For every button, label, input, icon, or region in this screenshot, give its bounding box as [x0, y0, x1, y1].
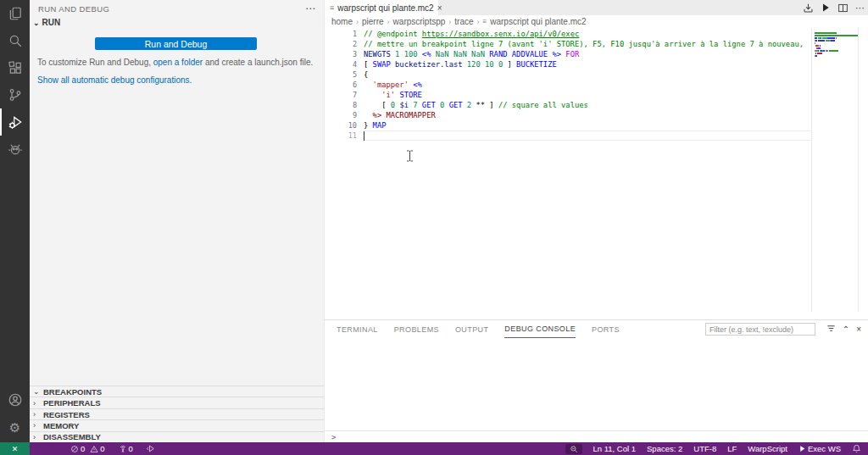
breadcrumb: home › pierre › warpscriptspp › trace › … [331, 15, 868, 28]
activity-bar: ⚙ [0, 0, 30, 442]
line-number[interactable]: 3 [331, 49, 357, 59]
more-actions-icon[interactable]: ⋯ [855, 5, 865, 10]
code-line[interactable]: NEWGTS 1 100 <% NaN NaN NaN RAND ADDVALU… [364, 49, 868, 59]
remote-indicator[interactable]: ✕ [0, 442, 30, 455]
encoding-status[interactable]: UTF-8 [693, 444, 716, 453]
code-line[interactable]: [ 0 $i 7 GET 0 GET 2 ** ] // square all … [364, 100, 868, 110]
section-label: PERIPHERALS [43, 398, 101, 408]
ports-status[interactable]: 0 [119, 444, 133, 453]
show-debug-configurations-link[interactable]: Show all automatic debug configurations. [37, 75, 192, 85]
customize-pre: To customize Run and Debug, [37, 58, 153, 67]
section-registers[interactable]: › REGISTERS [30, 408, 324, 419]
debug-console-input-row[interactable]: > [325, 430, 868, 442]
close-icon[interactable]: × [437, 3, 442, 13]
indentation-status[interactable]: Spaces: 2 [647, 444, 682, 453]
run-and-debug-button[interactable]: Run and Debug [95, 37, 257, 50]
accounts-icon[interactable] [0, 386, 30, 413]
run-and-debug-sidebar: RUN AND DEBUG ⋯ ⌄ RUN Run and Debug To c… [30, 0, 325, 442]
minimap-mark [831, 40, 835, 42]
line-number[interactable]: 7 [331, 90, 357, 100]
code-line[interactable]: %> MACROMAPPER [364, 110, 868, 120]
breadcrumb-item[interactable]: trace [454, 17, 473, 26]
open-a-folder-link[interactable]: open a folder [153, 58, 203, 67]
tab-output[interactable]: OUTPUT [455, 320, 488, 338]
debug-status-icon[interactable] [147, 444, 156, 453]
maximize-panel-icon[interactable]: ⌃ [843, 325, 849, 334]
section-peripherals[interactable]: › PERIPHERALS [30, 397, 324, 408]
code-line[interactable]: } MAP [364, 120, 868, 130]
code-editor[interactable]: 1234567891011 // @endpoint https://sandb… [325, 28, 868, 312]
line-number[interactable]: 10 [331, 120, 357, 130]
breadcrumb-item-file[interactable]: warpscript qui plante.mc2 [490, 17, 586, 26]
cursor-position-status[interactable]: Ln 11, Col 1 [593, 444, 637, 453]
zoom-status-icon[interactable] [565, 444, 582, 454]
source-control-icon[interactable] [0, 81, 30, 108]
section-label: DISASSEMBLY [43, 432, 101, 441]
breadcrumb-separator: › [387, 18, 390, 26]
code-line[interactable]: // @endpoint https://sandbox.senx.io/api… [364, 29, 868, 39]
close-panel-icon[interactable]: × [856, 325, 861, 334]
code-line[interactable]: 'i' STORE [364, 90, 868, 100]
tab-problems[interactable]: PROBLEMS [394, 320, 439, 338]
line-number[interactable]: 1 [331, 29, 357, 39]
minimap-mark [820, 45, 821, 47]
chevron-down-icon: ⌄ [33, 19, 40, 27]
run-section-header[interactable]: ⌄ RUN [33, 18, 60, 27]
settings-gear-icon[interactable]: ⚙ [0, 413, 30, 441]
tab-debug-console[interactable]: DEBUG CONSOLE [504, 320, 576, 338]
debug-console-filter-input[interactable] [705, 323, 815, 336]
editor-tab-bar: ≡ warpscript qui plante.mc2 × [325, 0, 868, 15]
notifications-bell-icon[interactable] [852, 444, 861, 453]
code-line[interactable]: // mettre un breakpoint ligne 7 (avant '… [364, 39, 868, 49]
debug-alt-bug-icon[interactable] [0, 136, 30, 163]
extensions-icon[interactable] [0, 54, 30, 81]
section-breakpoints[interactable]: ⌄ BREAKPOINTS [30, 386, 324, 397]
line-number[interactable]: 5 [331, 69, 357, 80]
code-line[interactable]: 'mapper' <% [364, 80, 868, 90]
line-number[interactable]: 6 [331, 80, 357, 90]
eol-status[interactable]: LF [727, 444, 737, 453]
code-line[interactable]: { [364, 69, 868, 80]
line-number[interactable]: 9 [331, 110, 357, 120]
bottom-panel: TERMINAL PROBLEMS OUTPUT DEBUG CONSOLE P… [325, 319, 868, 442]
code-line[interactable] [364, 130, 868, 141]
sidebar-title: RUN AND DEBUG [38, 4, 305, 14]
chevron-right-icon: › [33, 433, 40, 441]
split-editor-icon[interactable] [837, 3, 849, 14]
explorer-icon[interactable] [0, 0, 30, 27]
tab-ports[interactable]: PORTS [592, 320, 620, 338]
remote-icon: ✕ [12, 445, 19, 453]
minimap-mark [821, 32, 837, 34]
show-configs-label: Show all automatic debug configurations. [37, 75, 192, 85]
section-disassembly[interactable]: › DISASSEMBLY [30, 431, 324, 442]
section-label: MEMORY [43, 421, 79, 430]
code-line[interactable]: [ SWAP bucketizer.last 120 10 0 ] BUCKET… [364, 59, 868, 69]
breadcrumb-separator: › [448, 18, 451, 26]
minimap-mark [815, 55, 817, 57]
breadcrumb-item[interactable]: pierre [362, 17, 384, 26]
breadcrumb-item[interactable]: warpscriptspp [393, 17, 446, 26]
run-or-debug-icon[interactable] [803, 3, 814, 14]
minimap[interactable] [811, 28, 859, 312]
more-actions-icon[interactable]: ⋯ [305, 5, 315, 12]
console-prompt-chevron: > [331, 433, 336, 441]
language-mode-status[interactable]: WarpScript [748, 444, 787, 453]
tab-warpscript-file[interactable]: ≡ warpscript qui plante.mc2 × [325, 0, 438, 15]
filter-icon[interactable] [826, 324, 836, 335]
breadcrumb-item[interactable]: home [331, 17, 353, 26]
run-and-debug-icon[interactable] [0, 108, 30, 136]
line-number[interactable]: 11 [331, 130, 357, 141]
line-number[interactable]: 4 [331, 59, 357, 69]
line-number[interactable]: 2 [331, 39, 357, 49]
problems-status[interactable]: 0 0 [70, 444, 105, 453]
editor-gutter[interactable]: 1234567891011 [325, 29, 360, 312]
code-lines[interactable]: // @endpoint https://sandbox.senx.io/api… [364, 29, 868, 312]
run-icon[interactable] [821, 3, 831, 13]
tab-terminal[interactable]: TERMINAL [337, 320, 378, 338]
exec-ws-button[interactable]: Exec WS [798, 444, 841, 453]
text-cursor [364, 131, 364, 141]
minimap-mark [815, 32, 821, 34]
line-number[interactable]: 8 [331, 100, 357, 110]
search-icon[interactable] [0, 27, 30, 54]
section-memory[interactable]: › MEMORY [30, 419, 324, 430]
